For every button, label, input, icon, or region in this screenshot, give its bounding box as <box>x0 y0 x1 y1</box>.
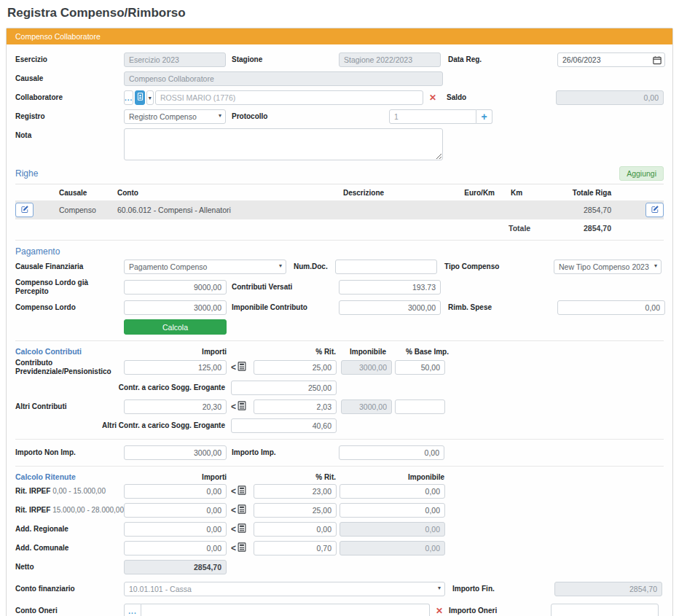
row-causale: Compenso <box>47 206 117 214</box>
importo-oneri-label: Importo Oneri <box>449 607 551 615</box>
altri-erogante-label: Altri Contr. a carico Sogg. Erogante <box>15 421 227 430</box>
data-reg-field[interactable] <box>557 52 665 67</box>
righe-table-header: Causale Conto Descrizione Euro/Km Km Tot… <box>15 184 664 200</box>
protocollo-add-button[interactable]: + <box>476 109 492 124</box>
chevron-left-icon: < <box>231 362 236 373</box>
aggiungi-button[interactable]: Aggiungi <box>619 166 664 181</box>
irpef2-imponibile-field[interactable] <box>340 503 445 518</box>
collaboratore-clear-button[interactable]: ✕ <box>429 93 436 103</box>
add-comunale-importo-field[interactable] <box>124 541 227 555</box>
causale-field <box>124 71 443 86</box>
add-comunale-label: Add. Comunale <box>15 544 124 553</box>
edit-row-button[interactable] <box>15 203 34 217</box>
card-body: Esercizio Stagione Data Reg. Causale <box>7 44 672 616</box>
netto-field <box>124 560 227 574</box>
netto-label: Netto <box>15 563 124 572</box>
contributi-col-rit: % Rit. <box>227 348 336 356</box>
importo-oneri-field[interactable] <box>551 604 659 616</box>
col-conto: Conto <box>117 189 291 197</box>
col-euro-km: Euro/Km <box>436 189 495 197</box>
contributi-versati-label: Contributi Versati <box>232 283 339 292</box>
irpef1-importo-field[interactable] <box>124 484 227 499</box>
add-comunale-imponibile-field <box>340 541 445 555</box>
rimb-spese-field[interactable] <box>557 300 665 315</box>
causale-label: Causale <box>15 74 124 83</box>
protocollo-field[interactable] <box>389 109 476 124</box>
causale-finanziaria-select[interactable]: Pagamento Compenso ▾ <box>124 260 286 274</box>
irpef2-label: Rit. IRPEF 15.000,00 - 28.000,00 <box>15 506 124 515</box>
irpef1-calc-button[interactable]: < <box>231 485 253 498</box>
rimb-spese-label: Rimb. Spese <box>448 303 557 312</box>
collaboratore-profile-button[interactable] <box>135 90 144 105</box>
previdenziale-calc-button[interactable]: < <box>231 361 253 374</box>
calculator-icon <box>238 504 246 517</box>
compenso-card: Compenso Collaboratore Esercizio Stagion… <box>6 28 673 616</box>
col-causale: Causale <box>47 189 117 197</box>
tipo-compenso-select[interactable]: New Tipo Compenso 2023 ▾ <box>554 260 662 274</box>
irpef1-imponibile-field[interactable] <box>340 484 445 499</box>
contact-card-icon <box>136 92 144 104</box>
contr-erogante-field[interactable] <box>231 381 337 395</box>
edit-row-button-right[interactable] <box>645 203 664 217</box>
calculator-icon <box>238 361 246 374</box>
conto-oneri-search-button[interactable]: ... <box>124 604 141 616</box>
add-regionale-label: Add. Regionale <box>15 525 124 534</box>
irpef1-rit-field[interactable] <box>254 484 337 499</box>
contr-erogante-label: Contr. a carico Sogg. Erogante <box>15 383 227 392</box>
previdenziale-imponibile-field <box>341 360 392 375</box>
ritenute-col-rit: % Rit. <box>227 473 336 481</box>
add-regionale-rit-field[interactable] <box>254 522 337 537</box>
previdenziale-base-field[interactable] <box>395 360 445 375</box>
chevron-left-icon: < <box>231 524 236 534</box>
altri-calc-button[interactable]: < <box>231 400 253 413</box>
close-icon: ✕ <box>436 606 443 616</box>
compenso-lordo-field[interactable] <box>124 300 227 315</box>
conto-oneri-field[interactable] <box>141 604 430 616</box>
num-doc-field[interactable] <box>335 260 437 274</box>
importo-imp-field[interactable] <box>339 445 444 460</box>
calculator-icon <box>238 542 246 555</box>
esercizio-field <box>124 52 226 67</box>
importo-non-imp-field[interactable] <box>124 445 227 460</box>
registro-label: Registro <box>15 112 124 121</box>
altri-rit-field[interactable] <box>254 399 337 414</box>
collaboratore-search-button[interactable]: ... <box>124 90 133 105</box>
conto-finanziario-label: Conto finanziario <box>15 585 124 593</box>
collaboratore-dropdown-button[interactable]: ▾ <box>146 90 154 105</box>
add-regionale-imponibile-field <box>340 522 445 537</box>
chevron-left-icon: < <box>231 402 236 412</box>
nota-label: Nota <box>15 128 124 140</box>
chevron-left-icon: < <box>231 543 236 553</box>
irpef2-importo-field[interactable] <box>124 503 227 518</box>
altri-base-field[interactable] <box>395 399 445 414</box>
lordo-percepito-field[interactable] <box>124 280 227 295</box>
irpef2-calc-button[interactable]: < <box>231 504 253 517</box>
conto-finanziario-select[interactable]: 10.01.101 - Cassa ▾ <box>124 582 445 596</box>
conto-oneri-clear-button[interactable]: ✕ <box>436 606 443 616</box>
irpef2-rit-field[interactable] <box>254 503 337 518</box>
previdenziale-rit-field[interactable] <box>254 360 337 375</box>
calcola-button[interactable]: Calcola <box>124 319 227 335</box>
collaboratore-field <box>155 90 423 105</box>
totale-value: 2854,70 <box>552 224 611 233</box>
chevron-left-icon: < <box>231 505 236 515</box>
ritenute-col-importi: Importi <box>124 473 227 481</box>
registro-select[interactable]: Registro Compenso ▾ <box>124 109 226 124</box>
calculator-icon <box>238 400 246 413</box>
altri-erogante-field[interactable] <box>231 418 337 433</box>
close-icon: ✕ <box>429 93 436 103</box>
add-regionale-calc-button[interactable]: < <box>231 523 253 536</box>
col-totale-riga: Totale Riga <box>538 189 642 197</box>
add-regionale-importo-field[interactable] <box>124 522 227 537</box>
add-comunale-rit-field[interactable] <box>254 541 337 555</box>
imponibile-contributo-field[interactable] <box>339 300 441 315</box>
altri-importo-field[interactable] <box>124 399 227 414</box>
previdenziale-importo-field[interactable] <box>124 360 227 375</box>
chevron-left-icon: < <box>231 486 236 496</box>
contributi-versati-field[interactable] <box>339 280 441 295</box>
table-row: Compenso 60.06.012 - Compensi - Allenato… <box>15 200 664 219</box>
add-comunale-calc-button[interactable]: < <box>231 542 253 555</box>
saldo-field <box>556 90 664 105</box>
compenso-lordo-label: Compenso Lordo <box>15 303 124 312</box>
nota-field[interactable] <box>124 128 443 160</box>
